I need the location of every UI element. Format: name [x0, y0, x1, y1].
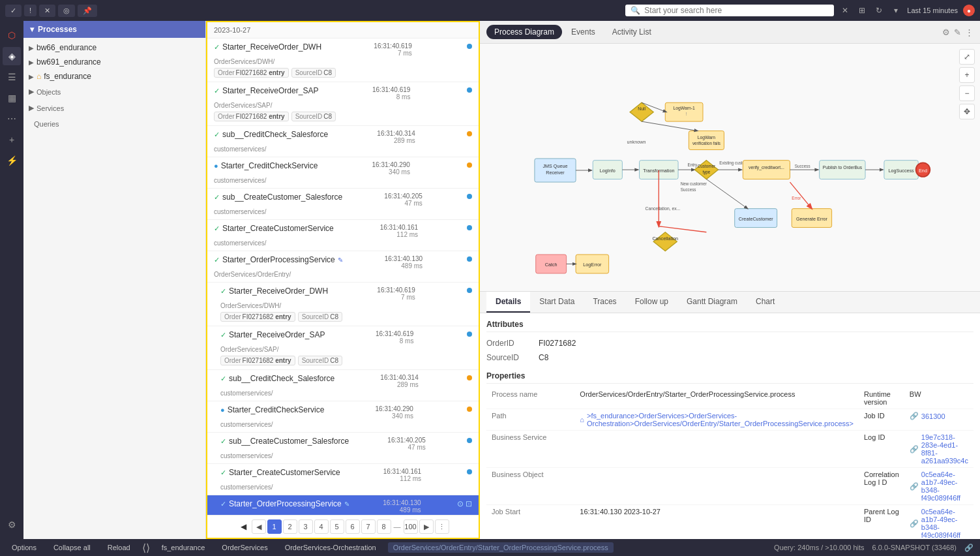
icon-sidebar: ⬡ ◈ ☰ ▦ ⋯ + ⚡ ⚙	[0, 21, 23, 539]
trace-item[interactable]: ✓ Starter_ReceiveOrder_DWH 16:31:40.619 …	[207, 39, 479, 82]
top-bar-right: Last 15 minutes ●	[907, 5, 975, 16]
trace-item[interactable]: ✓ Starter_ReceiveOrder_SAP 16:31:40.619 …	[207, 82, 479, 126]
bottom-tab-options[interactable]: Options	[7, 542, 42, 553]
grid-icon[interactable]: ⊞	[856, 5, 868, 16]
version-info: 6.0.0-SNAPSHOT (33468)	[872, 544, 957, 552]
page-btn-5[interactable]: 5	[330, 519, 344, 534]
arrow-right-icon: ▶	[29, 44, 34, 52]
zoom-out-btn[interactable]: −	[959, 85, 975, 101]
trace-item[interactable]: ✓ Starter_ReceiveOrder_SAP 16:31:40.619 …	[207, 326, 479, 370]
collapse-icon[interactable]: ⟨⟩	[142, 542, 150, 554]
link-icon[interactable]: 🔗	[964, 544, 973, 552]
tree-item-bw66[interactable]: ▶ bw66_endurance	[23, 40, 205, 55]
attr-row-orderid: OrderID FI0271682	[486, 336, 973, 350]
page-btn-4[interactable]: 4	[314, 519, 329, 534]
svg-text:CreateCustomer: CreateCustomer	[739, 216, 773, 222]
trace-item[interactable]: ✓ sub__CreateCustomer_Salesforce 16:31:4…	[207, 433, 479, 464]
page-btn-8[interactable]: 8	[377, 519, 391, 534]
detail-tab-traces[interactable]: Traces	[584, 292, 625, 313]
settings-icon[interactable]: ⚙	[942, 27, 950, 37]
trace-name-label: Starter_OrderProcessingService	[222, 255, 335, 264]
status-dot	[467, 407, 472, 412]
trace-item[interactable]: ✓ Starter_ReceiveOrder_DWH 16:31:40.619 …	[207, 283, 479, 326]
detail-tab-chart[interactable]: Chart	[747, 292, 784, 313]
trace-item[interactable]: ● Starter_CreditCheckService 16:31:40.29…	[207, 157, 479, 189]
collapse-panel-btn[interactable]: ◀	[237, 522, 250, 531]
more-options-btn[interactable]: ⋮	[435, 519, 449, 534]
sidebar-icon-logo[interactable]: ⬡	[3, 26, 21, 44]
detail-tab-details[interactable]: Details	[486, 292, 530, 313]
bottom-tab-reload[interactable]: Reload	[102, 542, 136, 553]
trace-item[interactable]: ✓ Starter_OrderProcessingService ✎ 16:31…	[207, 251, 479, 283]
zoom-in-btn[interactable]: +	[959, 67, 975, 83]
refresh-icon[interactable]: ↻	[873, 5, 885, 16]
trace-item[interactable]: ✓ Starter_CreateCustomerService 16:31:40…	[207, 464, 479, 495]
more-icon[interactable]: ⊡	[466, 499, 472, 508]
breadcrumb-orchestration[interactable]: OrderServices-Orchestration	[280, 542, 381, 553]
search-input[interactable]	[644, 6, 829, 15]
page-btn-100[interactable]: 100	[404, 519, 418, 534]
breadcrumb-fs[interactable]: fs_endurance	[156, 542, 211, 553]
trace-item[interactable]: ✓ sub__CreditCheck_Salesforce 16:31:40.3…	[207, 370, 479, 401]
trace-item[interactable]: ✓ sub__CreditCheck_Salesforce 16:31:40.3…	[207, 126, 479, 157]
link-icon: 🔗	[910, 519, 919, 528]
section-queries[interactable]: Queries	[23, 116, 205, 132]
trace-item[interactable]: ● Starter_CreditCheckService 16:31:40.29…	[207, 401, 479, 433]
diagram-area[interactable]: JMS Queue Receiver LogInfo Transformatio…	[480, 44, 980, 291]
prev-page-btn[interactable]: ◀	[252, 519, 266, 534]
trace-name-label: Starter_CreateCustomerService	[222, 224, 334, 233]
prop-val	[574, 431, 859, 468]
sidebar-icon-settings[interactable]: ⚙	[3, 516, 21, 534]
page-btn-2[interactable]: 2	[283, 519, 297, 534]
bottom-tab-collapse[interactable]: Collapse all	[48, 542, 96, 553]
trace-time: 16:31:40.619	[376, 330, 413, 337]
breadcrumb-orderservices[interactable]: OrderServices	[216, 542, 273, 553]
sidebar-icon-processes[interactable]: ◈	[3, 47, 21, 65]
sidebar-icon-plus[interactable]: +	[3, 131, 21, 149]
page-btn-6[interactable]: 6	[346, 519, 360, 534]
trace-duration: 112 ms	[383, 475, 421, 482]
trace-service: customerservices/	[220, 452, 472, 459]
next-page-btn[interactable]: ▶	[419, 519, 434, 534]
trace-item[interactable]: ✓ sub__CreateCustomer_Salesforce 16:31:4…	[207, 189, 479, 220]
tab-events[interactable]: Events	[563, 25, 603, 39]
tree-item-fs[interactable]: ▶ ⌂ fs_endurance	[23, 69, 205, 84]
trace-item-selected[interactable]: ✓ Starter_OrderProcessingService ✎ 16:31…	[207, 495, 479, 515]
tab-process-diagram[interactable]: Process Diagram	[486, 25, 562, 39]
tab-alert[interactable]: !	[24, 5, 37, 16]
search-close-icon[interactable]: ✕	[839, 5, 851, 16]
section-services[interactable]: ▶ Services	[23, 100, 205, 116]
tree-item-bw691[interactable]: ▶ bw691_endurance	[23, 55, 205, 69]
page-btn-1[interactable]: 1	[267, 519, 282, 534]
active-path[interactable]: OrderServices/OrderEntry/Starter_OrderPr…	[388, 542, 614, 553]
sidebar-icon-list[interactable]: ☰	[3, 68, 21, 86]
actions-icon[interactable]: ⊙	[457, 499, 464, 508]
details-panel: Details Start Data Traces Follow up Gant…	[480, 291, 980, 539]
page-btn-3[interactable]: 3	[299, 519, 313, 534]
tab-check[interactable]: ✓	[5, 5, 22, 17]
detail-tab-follow-up[interactable]: Follow up	[626, 292, 677, 313]
tab-pin[interactable]: 📌	[78, 5, 97, 17]
trace-item[interactable]: ✓ Starter_CreateCustomerService 16:31:40…	[207, 220, 479, 251]
zoom-fit-btn[interactable]: ⤢	[959, 49, 975, 65]
chevron-down-icon[interactable]: ▾	[890, 5, 902, 16]
detail-tab-start-data[interactable]: Start Data	[530, 292, 584, 313]
tab-close[interactable]: ✕	[39, 5, 55, 17]
prop-key: Path	[486, 409, 574, 431]
sidebar-icon-chart[interactable]: ▦	[3, 89, 21, 107]
more-icon[interactable]: ⋮	[965, 27, 973, 37]
section-objects[interactable]: ▶ Objects	[23, 84, 205, 100]
page-btn-7[interactable]: 7	[361, 519, 376, 534]
search-bar[interactable]: 🔍	[625, 5, 834, 16]
process-panel-header[interactable]: ▾ Processes	[23, 21, 205, 38]
trace-service: customerservices/	[214, 239, 472, 247]
status-ok-icon: ✓	[220, 500, 226, 508]
pan-btn[interactable]: ✥	[959, 104, 975, 119]
sidebar-icon-lightning[interactable]: ⚡	[3, 151, 21, 170]
tab-activity-list[interactable]: Activity List	[604, 25, 659, 39]
status-ok-icon: ✓	[220, 469, 226, 477]
edit-icon[interactable]: ✎	[954, 27, 961, 37]
detail-tab-gantt[interactable]: Gantt Diagram	[677, 292, 747, 313]
tab-circle[interactable]: ◎	[58, 5, 75, 17]
sidebar-icon-filter[interactable]: ⋯	[3, 110, 21, 128]
